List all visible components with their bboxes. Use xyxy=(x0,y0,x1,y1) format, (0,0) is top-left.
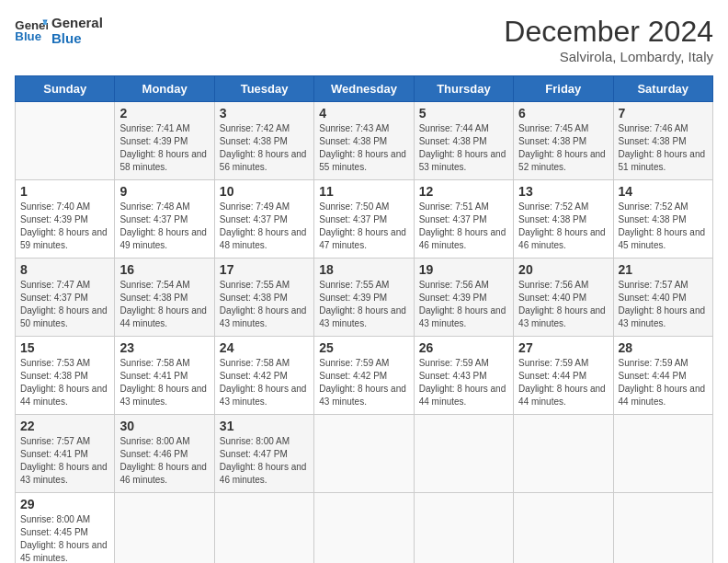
calendar-cell: 24 Sunrise: 7:58 AMSunset: 4:42 PMDaylig… xyxy=(214,337,313,415)
day-number: 16 xyxy=(119,262,209,277)
day-number: 6 xyxy=(518,106,608,121)
cell-info: Sunrise: 7:59 AMSunset: 4:43 PMDaylight:… xyxy=(419,358,506,407)
cell-info: Sunrise: 7:53 AMSunset: 4:38 PMDaylight:… xyxy=(20,358,108,407)
calendar-cell: 21 Sunrise: 7:57 AMSunset: 4:40 PMDaylig… xyxy=(613,259,712,337)
col-thursday: Thursday xyxy=(414,76,513,102)
calendar-row-3: 15 Sunrise: 7:53 AMSunset: 4:38 PMDaylig… xyxy=(16,337,713,415)
col-tuesday: Tuesday xyxy=(214,76,313,102)
day-number: 18 xyxy=(319,262,408,277)
day-number: 24 xyxy=(220,340,309,355)
calendar-cell: 19 Sunrise: 7:56 AMSunset: 4:39 PMDaylig… xyxy=(414,259,513,337)
calendar-cell: 3 Sunrise: 7:42 AMSunset: 4:38 PMDayligh… xyxy=(214,102,313,180)
calendar-cell: 7 Sunrise: 7:46 AMSunset: 4:38 PMDayligh… xyxy=(613,102,712,180)
day-number: 23 xyxy=(119,340,209,355)
calendar-cell: 12 Sunrise: 7:51 AMSunset: 4:37 PMDaylig… xyxy=(414,180,513,259)
cell-info: Sunrise: 7:40 AMSunset: 4:39 PMDaylight:… xyxy=(20,201,108,250)
cell-info: Sunrise: 7:47 AMSunset: 4:37 PMDaylight:… xyxy=(20,280,108,328)
col-wednesday: Wednesday xyxy=(314,76,414,102)
cell-info: Sunrise: 7:58 AMSunset: 4:41 PMDaylight:… xyxy=(119,358,207,407)
day-number: 8 xyxy=(20,262,109,277)
cell-info: Sunrise: 7:59 AMSunset: 4:44 PMDaylight:… xyxy=(619,358,706,407)
calendar-cell: 2 Sunrise: 7:41 AMSunset: 4:39 PMDayligh… xyxy=(115,102,214,180)
cell-info: Sunrise: 7:57 AMSunset: 4:41 PMDaylight:… xyxy=(20,436,108,485)
calendar-cell: 16 Sunrise: 7:54 AMSunset: 4:38 PMDaylig… xyxy=(115,259,214,337)
day-number: 11 xyxy=(319,184,408,199)
cell-info: Sunrise: 7:54 AMSunset: 4:38 PMDaylight:… xyxy=(119,280,207,328)
day-number: 15 xyxy=(20,340,109,355)
day-number: 31 xyxy=(220,419,309,433)
cell-info: Sunrise: 7:49 AMSunset: 4:37 PMDaylight:… xyxy=(220,201,307,250)
col-monday: Monday xyxy=(115,76,214,102)
calendar-cell: 13 Sunrise: 7:52 AMSunset: 4:38 PMDaylig… xyxy=(514,180,613,259)
cell-info: Sunrise: 8:00 AMSunset: 4:47 PMDaylight:… xyxy=(220,436,307,485)
logo-general: General xyxy=(51,15,103,30)
calendar-cell xyxy=(214,493,313,564)
calendar-cell: 1 Sunrise: 7:40 AMSunset: 4:39 PMDayligh… xyxy=(16,180,115,259)
calendar-cell: 5 Sunrise: 7:44 AMSunset: 4:38 PMDayligh… xyxy=(414,102,513,180)
day-number: 20 xyxy=(518,262,608,277)
day-number: 12 xyxy=(419,184,508,199)
cell-info: Sunrise: 7:48 AMSunset: 4:37 PMDaylight:… xyxy=(119,201,207,250)
calendar-cell: 4 Sunrise: 7:43 AMSunset: 4:38 PMDayligh… xyxy=(314,102,414,180)
cell-info: Sunrise: 7:52 AMSunset: 4:38 PMDaylight:… xyxy=(619,201,706,250)
title-area: December 2024 Salvirola, Lombardy, Italy xyxy=(504,15,713,64)
cell-info: Sunrise: 7:59 AMSunset: 4:44 PMDaylight:… xyxy=(518,358,606,407)
calendar-cell xyxy=(613,415,712,493)
calendar-row-1: 1 Sunrise: 7:40 AMSunset: 4:39 PMDayligh… xyxy=(16,180,713,259)
day-number: 25 xyxy=(319,340,408,355)
calendar-header: Sunday Monday Tuesday Wednesday Thursday… xyxy=(16,76,713,102)
day-number: 21 xyxy=(619,262,708,277)
day-number: 19 xyxy=(419,262,508,277)
cell-info: Sunrise: 7:41 AMSunset: 4:39 PMDaylight:… xyxy=(119,123,207,172)
calendar-row-0: 2 Sunrise: 7:41 AMSunset: 4:39 PMDayligh… xyxy=(16,102,713,180)
day-number: 29 xyxy=(20,497,109,511)
calendar-cell xyxy=(514,493,613,564)
cell-info: Sunrise: 7:55 AMSunset: 4:38 PMDaylight:… xyxy=(220,280,307,328)
calendar-cell: 29 Sunrise: 8:00 AMSunset: 4:45 PMDaylig… xyxy=(16,493,115,564)
calendar-cell: 28 Sunrise: 7:59 AMSunset: 4:44 PMDaylig… xyxy=(613,337,712,415)
logo-icon: General Blue xyxy=(15,17,48,44)
calendar-cell xyxy=(414,415,513,493)
calendar-cell: 11 Sunrise: 7:50 AMSunset: 4:37 PMDaylig… xyxy=(314,180,414,259)
cell-info: Sunrise: 8:00 AMSunset: 4:45 PMDaylight:… xyxy=(20,514,108,563)
day-number: 2 xyxy=(119,106,209,121)
calendar-cell: 15 Sunrise: 7:53 AMSunset: 4:38 PMDaylig… xyxy=(16,337,115,415)
calendar-cell: 17 Sunrise: 7:55 AMSunset: 4:38 PMDaylig… xyxy=(214,259,313,337)
calendar-cell: 26 Sunrise: 7:59 AMSunset: 4:43 PMDaylig… xyxy=(414,337,513,415)
day-number: 3 xyxy=(220,106,309,121)
cell-info: Sunrise: 8:00 AMSunset: 4:46 PMDaylight:… xyxy=(119,436,207,485)
calendar-cell xyxy=(314,493,414,564)
cell-info: Sunrise: 7:58 AMSunset: 4:42 PMDaylight:… xyxy=(220,358,307,407)
cell-info: Sunrise: 7:55 AMSunset: 4:39 PMDaylight:… xyxy=(319,280,406,328)
day-number: 22 xyxy=(20,419,109,433)
cell-info: Sunrise: 7:43 AMSunset: 4:38 PMDaylight:… xyxy=(319,123,406,172)
day-number: 1 xyxy=(20,184,109,199)
header-row: Sunday Monday Tuesday Wednesday Thursday… xyxy=(16,76,713,102)
calendar-cell: 6 Sunrise: 7:45 AMSunset: 4:38 PMDayligh… xyxy=(514,102,613,180)
col-sunday: Sunday xyxy=(16,76,115,102)
calendar-cell xyxy=(414,493,513,564)
cell-info: Sunrise: 7:51 AMSunset: 4:37 PMDaylight:… xyxy=(419,201,506,250)
cell-info: Sunrise: 7:42 AMSunset: 4:38 PMDaylight:… xyxy=(220,123,307,172)
day-number: 27 xyxy=(518,340,608,355)
cell-info: Sunrise: 7:46 AMSunset: 4:38 PMDaylight:… xyxy=(619,123,706,172)
col-friday: Friday xyxy=(514,76,613,102)
day-number: 10 xyxy=(220,184,309,199)
calendar-cell: 23 Sunrise: 7:58 AMSunset: 4:41 PMDaylig… xyxy=(115,337,214,415)
calendar-table: Sunday Monday Tuesday Wednesday Thursday… xyxy=(15,75,713,563)
day-number: 26 xyxy=(419,340,508,355)
calendar-cell xyxy=(16,102,115,180)
calendar-cell: 9 Sunrise: 7:48 AMSunset: 4:37 PMDayligh… xyxy=(115,180,214,259)
calendar-cell: 27 Sunrise: 7:59 AMSunset: 4:44 PMDaylig… xyxy=(514,337,613,415)
calendar-cell: 8 Sunrise: 7:47 AMSunset: 4:37 PMDayligh… xyxy=(16,259,115,337)
day-number: 14 xyxy=(619,184,708,199)
calendar-row-5: 29 Sunrise: 8:00 AMSunset: 4:45 PMDaylig… xyxy=(16,493,713,564)
day-number: 9 xyxy=(119,184,209,199)
calendar-cell: 30 Sunrise: 8:00 AMSunset: 4:46 PMDaylig… xyxy=(115,415,214,493)
calendar-cell xyxy=(115,493,214,564)
calendar-cell: 20 Sunrise: 7:56 AMSunset: 4:40 PMDaylig… xyxy=(514,259,613,337)
cell-info: Sunrise: 7:50 AMSunset: 4:37 PMDaylight:… xyxy=(319,201,406,250)
calendar-cell xyxy=(514,415,613,493)
month-title: December 2024 xyxy=(504,15,713,49)
page-header: General Blue General Blue December 2024 … xyxy=(15,15,713,64)
